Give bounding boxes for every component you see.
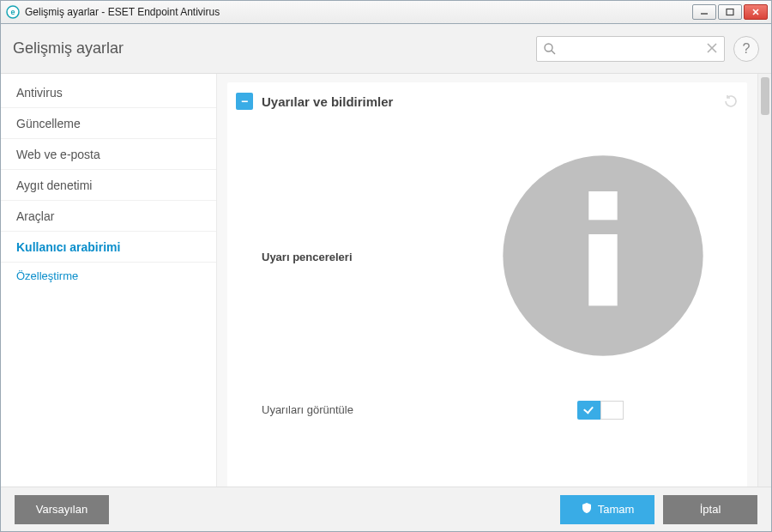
reset-section-icon[interactable]	[723, 94, 739, 109]
svg-rect-12	[588, 191, 617, 220]
footer: Varsayılan Tamam İptal	[1, 487, 771, 531]
sidebar-item-antivirus[interactable]: Antivirus	[1, 77, 216, 108]
sidebar-subitem-customize[interactable]: Özelleştirme	[1, 263, 216, 282]
ok-button-label: Tamam	[598, 503, 635, 516]
content-scrollbar[interactable]	[757, 74, 771, 487]
sidebar: Antivirus Güncelleme Web ve e-posta Aygı…	[1, 74, 217, 487]
defaults-button-label: Varsayılan	[36, 503, 87, 516]
header: Gelişmiş ayarlar ?	[1, 24, 771, 74]
search-input[interactable]	[536, 36, 725, 62]
svg-point-6	[545, 44, 552, 51]
window-title: Gelişmiş ayarlar - ESET Endpoint Antivir…	[25, 6, 687, 18]
content-area: − Uyarılar ve bildirimler Uyarı pencerel…	[217, 74, 757, 487]
close-button[interactable]	[744, 4, 768, 20]
scrollbar-thumb[interactable]	[761, 77, 769, 115]
defaults-button[interactable]: Varsayılan	[15, 495, 109, 524]
help-button[interactable]: ?	[733, 36, 759, 62]
info-icon[interactable]	[474, 462, 732, 487]
ok-button[interactable]: Tamam	[560, 495, 654, 524]
section-title: Uyarılar ve bildirimler	[262, 94, 715, 109]
sidebar-subitem-label: Özelleştirme	[16, 269, 78, 282]
minimize-button[interactable]	[692, 4, 716, 20]
sidebar-item-label: Web ve e-posta	[16, 148, 100, 161]
app-logo-icon: e	[6, 5, 20, 19]
search-icon	[543, 42, 557, 56]
sidebar-item-label: Antivirus	[16, 86, 63, 100]
sidebar-item-label: Kullanıcı arabirimi	[16, 240, 120, 254]
svg-line-7	[552, 51, 555, 54]
titlebar: e Gelişmiş ayarlar - ESET Endpoint Antiv…	[0, 0, 772, 24]
svg-text:e: e	[10, 8, 15, 16]
clear-search-icon[interactable]	[706, 42, 718, 54]
sidebar-item-web-email[interactable]: Web ve e-posta	[1, 139, 216, 170]
svg-rect-3	[727, 9, 733, 15]
page-title: Gelişmiş ayarlar	[13, 39, 528, 57]
sidebar-item-device-control[interactable]: Aygıt denetimi	[1, 170, 216, 201]
cancel-button-label: İptal	[700, 503, 721, 516]
shield-icon	[581, 502, 593, 517]
toggle-display-alerts[interactable]	[577, 401, 624, 420]
svg-rect-11	[588, 234, 617, 305]
sidebar-item-update[interactable]: Güncelleme	[1, 108, 216, 139]
maximize-button[interactable]	[718, 4, 742, 20]
collapse-section-button[interactable]: −	[236, 93, 253, 110]
cancel-button[interactable]: İptal	[663, 495, 757, 524]
sidebar-item-user-interface[interactable]: Kullanıcı arabirimi	[1, 232, 216, 263]
sidebar-item-tools[interactable]: Araçlar	[1, 201, 216, 232]
info-icon[interactable]	[474, 127, 732, 387]
row-display-alerts-label: Uyarıları görüntüle	[262, 403, 577, 418]
sidebar-item-label: Güncelleme	[16, 117, 81, 130]
sidebar-item-label: Araçlar	[16, 209, 54, 223]
subsection-title-alert-windows: Uyarı pencereleri	[262, 251, 353, 263]
sidebar-item-label: Aygıt denetimi	[16, 178, 92, 192]
